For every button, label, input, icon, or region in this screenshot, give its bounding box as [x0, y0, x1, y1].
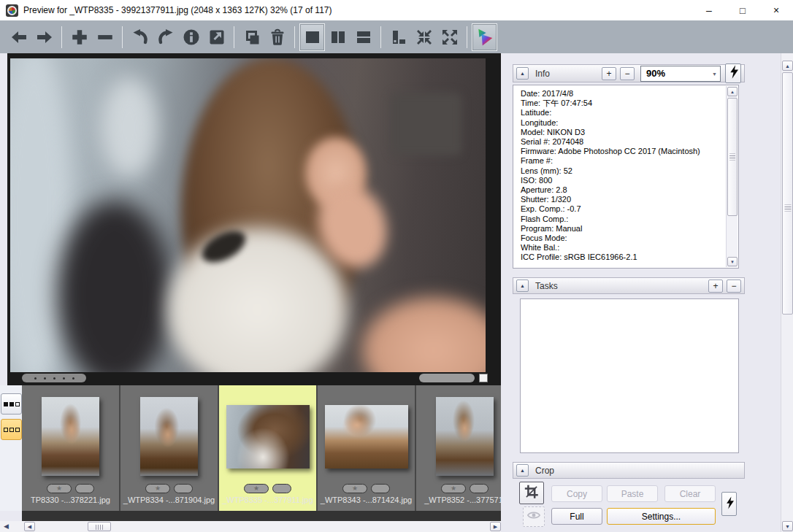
thumbnail-tag-pills: ★	[244, 484, 291, 493]
rotate-right-icon	[157, 28, 175, 46]
preview-scroll-thumb[interactable]	[419, 374, 475, 382]
filmstrip-mode-outline-button[interactable]	[1, 419, 22, 440]
actual-size-button[interactable]	[437, 23, 462, 51]
preview-bottom-bar	[7, 373, 501, 384]
fit-to-window-button[interactable]	[411, 23, 437, 51]
info-panel-header: ▲ Info + − 90% ▼	[513, 64, 745, 82]
thumb-filename: _WTP8343 -...871424.jpg	[321, 496, 412, 504]
crop-tool-button[interactable]	[519, 482, 544, 504]
star-pill[interactable]: ★	[145, 484, 170, 493]
crop-full-button[interactable]: Full	[551, 508, 602, 525]
star-pill[interactable]: ★	[342, 484, 367, 493]
info-line: Time: 下午 07:47:54	[521, 99, 722, 108]
scroll-down-button[interactable]: ▼	[782, 521, 793, 531]
toolbar	[0, 20, 793, 53]
crop-settings-button[interactable]: Settings...	[607, 508, 716, 525]
blank-pill[interactable]	[174, 484, 193, 493]
tasks-remove-button[interactable]: −	[727, 280, 741, 293]
filmstrip-scroll-thumb[interactable]	[88, 522, 111, 531]
thumbnail-image[interactable]	[226, 405, 310, 469]
arrows-inward-icon	[415, 28, 433, 46]
next-image-button[interactable]	[31, 23, 57, 51]
collapse-tasks-button[interactable]: ▲	[516, 280, 529, 292]
layout-position-button[interactable]	[386, 23, 411, 51]
crop-lightning-button[interactable]	[721, 492, 737, 516]
view-two-up-button[interactable]	[325, 23, 350, 51]
crop-clear-button[interactable]: Clear	[664, 485, 716, 502]
color-management-button[interactable]	[472, 23, 497, 51]
collapse-info-button[interactable]: ▲	[516, 67, 529, 80]
info-line: Focus Mode:	[521, 234, 722, 243]
scroll-left-button[interactable]: ◀	[24, 522, 35, 531]
info-lightning-button[interactable]	[725, 63, 741, 83]
thumbnail-image[interactable]	[140, 397, 198, 476]
color-triangles-icon	[475, 28, 494, 47]
rotate-left-button[interactable]	[127, 23, 153, 51]
star-pill[interactable]: ★	[441, 484, 466, 493]
export-button[interactable]	[204, 23, 229, 51]
delete-button[interactable]	[264, 23, 290, 51]
square-icon	[4, 428, 8, 432]
star-pill[interactable]: ★	[47, 484, 72, 493]
app-icon	[6, 4, 18, 17]
exif-info-list: Date: 2017/4/8Time: 下午 07:47:54Latitude:…	[521, 89, 722, 263]
filmstrip-lower-bar	[22, 511, 501, 521]
info-add-button[interactable]: +	[602, 67, 616, 80]
blank-pill[interactable]	[75, 484, 94, 493]
photo-region	[58, 200, 172, 373]
star-pill[interactable]: ★	[244, 484, 269, 493]
preview-corner-box[interactable]	[479, 374, 488, 382]
rating-dot	[34, 377, 37, 379]
previous-image-button[interactable]	[6, 23, 31, 51]
thumbnail-image[interactable]	[42, 397, 99, 476]
filmstrip-thumbnail[interactable]: ★ _WTP8343 -...871424.jpg	[318, 385, 415, 511]
rotate-right-button[interactable]	[153, 23, 178, 51]
eye-icon	[527, 510, 540, 523]
thumbnail-image-wrap	[226, 394, 310, 479]
zoom-level-combobox[interactable]: 90% ▼	[640, 66, 721, 82]
filmstrip-mode-mixed-button[interactable]	[1, 393, 22, 415]
preview-image[interactable]	[10, 58, 486, 372]
filmstrip-thumbnail[interactable]: ★ _WTP8334 -...871904.jpg	[120, 385, 218, 511]
thumbnail-image[interactable]	[325, 405, 408, 469]
info-line: Lens (mm): 52	[521, 166, 722, 176]
tasks-add-button[interactable]: +	[708, 280, 723, 293]
filmstrip-thumbnail[interactable]: ★ _WTP8335 -...377911.jpg	[219, 385, 316, 511]
blank-pill[interactable]	[470, 484, 489, 493]
info-line: Aperture: 2.8	[521, 185, 722, 195]
blank-pill[interactable]	[272, 484, 291, 493]
filmstrip-thumbnail[interactable]: ★ _WTP8352 -...377571.	[416, 385, 501, 511]
zoom-in-button[interactable]	[66, 23, 92, 51]
collapse-left-icon[interactable]: ◀	[4, 523, 9, 530]
info-remove-button[interactable]: −	[620, 67, 635, 80]
info-scroll-thumb[interactable]	[727, 98, 738, 216]
view-single-button[interactable]	[299, 23, 325, 51]
photo-region	[101, 77, 158, 178]
copy-button[interactable]	[239, 23, 264, 51]
rating-dots[interactable]	[22, 374, 86, 382]
minus-icon	[96, 28, 115, 47]
scroll-up-button[interactable]: ▲	[727, 87, 738, 96]
panel-scroll-thumb[interactable]	[782, 72, 793, 315]
maximize-button[interactable]: □	[726, 0, 759, 20]
minimize-button[interactable]: –	[692, 0, 726, 20]
scroll-down-button[interactable]: ▼	[727, 257, 738, 266]
rating-dot	[72, 377, 74, 379]
square-icon	[4, 402, 8, 406]
scroll-up-button[interactable]: ▲	[782, 61, 793, 71]
crop-preview-button[interactable]	[523, 506, 545, 527]
zoom-out-button[interactable]	[92, 23, 118, 51]
crop-paste-button[interactable]: Paste	[607, 485, 658, 502]
collapse-crop-button[interactable]: ▲	[516, 464, 529, 477]
view-two-rows-button[interactable]	[350, 23, 376, 51]
scroll-right-button[interactable]: ▶	[490, 522, 501, 531]
crop-copy-button[interactable]: Copy	[551, 485, 602, 502]
info-line: Frame #:	[521, 156, 722, 166]
info-line: Firmware: Adobe Photoshop CC 2017 (Macin…	[521, 147, 722, 156]
blank-pill[interactable]	[371, 484, 390, 493]
close-button[interactable]: ×	[759, 0, 793, 20]
info-button[interactable]	[178, 23, 204, 51]
tasks-panel-header: ▲ Tasks + −	[513, 277, 745, 294]
filmstrip-thumbnail[interactable]: ★ TP8330 -...378221.jpg	[22, 385, 119, 511]
thumbnail-image[interactable]	[436, 397, 494, 476]
